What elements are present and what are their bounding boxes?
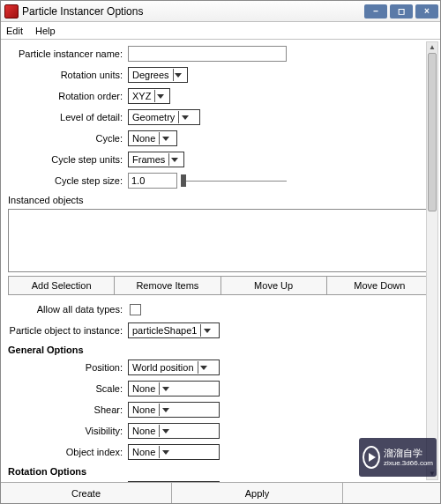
instanced-objects-list[interactable] (8, 209, 433, 272)
cycle-step-units-label: Cycle step units: (4, 154, 128, 165)
cycle-step-units-select[interactable]: Frames (128, 152, 184, 167)
instanced-objects-header: Instanced objects (8, 195, 437, 205)
apply-button[interactable]: Apply (172, 483, 343, 503)
maximize-button[interactable]: ◻ (390, 4, 413, 19)
close-button[interactable]: × (415, 4, 438, 19)
chevron-down-icon (178, 111, 191, 123)
vertical-scrollbar[interactable]: ▲ ▼ (426, 41, 438, 480)
shear-label: Shear: (4, 404, 128, 415)
footer: Create Apply (1, 482, 440, 503)
window-buttons: – ◻ × (364, 4, 438, 19)
chevron-down-icon (198, 361, 210, 374)
scrollbar-thumb[interactable] (428, 53, 437, 211)
position-select[interactable]: World position (128, 359, 220, 375)
rotation-type-select[interactable]: None (128, 481, 220, 482)
footer-spacer (343, 483, 440, 503)
chevron-down-icon (173, 69, 183, 81)
chevron-down-icon (159, 132, 171, 145)
allow-all-label: Allow all data types: (4, 304, 128, 315)
shear-select[interactable]: None (128, 402, 220, 418)
minimize-button[interactable]: – (364, 4, 387, 19)
move-up-button[interactable]: Move Up (221, 277, 327, 294)
rotation-units-select[interactable]: Degrees (128, 67, 188, 83)
chevron-down-icon (200, 324, 213, 337)
chevron-down-icon (159, 446, 171, 458)
chevron-down-icon (168, 153, 180, 166)
rotation-units-label: Rotation units: (4, 70, 128, 80)
instancer-name-input[interactable] (128, 46, 287, 62)
titlebar: Particle Instancer Options – ◻ × (1, 1, 440, 22)
instanced-buttons: Add Selection Remove Items Move Up Move … (8, 276, 433, 295)
rotation-order-select[interactable]: XYZ (128, 88, 170, 104)
scale-label: Scale: (4, 383, 128, 394)
remove-items-button[interactable]: Remove Items (115, 277, 220, 294)
chevron-down-icon (159, 425, 171, 437)
position-label: Position: (4, 362, 128, 373)
scroll-up-icon[interactable]: ▲ (427, 42, 437, 53)
chevron-down-icon (159, 382, 171, 395)
object-index-label: Object index: (4, 447, 128, 457)
cycle-select[interactable]: None (128, 130, 177, 146)
particle-object-select[interactable]: particleShape1 (128, 322, 220, 338)
create-button[interactable]: Create (1, 483, 172, 503)
content-area: Particle instancer name: Rotation units:… (1, 40, 440, 482)
play-icon (363, 446, 380, 469)
visibility-label: Visibility: (4, 426, 128, 436)
move-down-button[interactable]: Move Down (327, 277, 432, 294)
cycle-step-size-slider[interactable] (181, 173, 287, 189)
app-icon (4, 4, 19, 19)
chevron-down-icon (154, 90, 166, 102)
watermark-overlay: 溜溜自学 zixue.3d66.com (359, 438, 437, 477)
menubar: Edit Help (1, 22, 440, 40)
instancer-name-label: Particle instancer name: (4, 48, 128, 59)
rotation-order-label: Rotation order: (4, 91, 128, 101)
level-of-detail-select[interactable]: Geometry (128, 109, 200, 125)
chevron-down-icon (159, 404, 171, 416)
cycle-label: Cycle: (4, 133, 128, 144)
watermark-text: 溜溜自学 zixue.3d66.com (384, 448, 433, 468)
visibility-select[interactable]: None (128, 423, 220, 439)
cycle-step-size-input[interactable] (128, 173, 177, 189)
menu-edit[interactable]: Edit (6, 26, 23, 36)
cycle-step-size-label: Cycle step size: (4, 175, 128, 186)
general-options-header: General Options (8, 345, 437, 355)
level-of-detail-label: Level of detail: (4, 112, 128, 122)
scale-select[interactable]: None (128, 381, 220, 397)
menu-help[interactable]: Help (35, 26, 56, 36)
particle-object-label: Particle object to instance: (4, 325, 128, 336)
add-selection-button[interactable]: Add Selection (9, 277, 115, 294)
slider-handle[interactable] (181, 174, 186, 187)
object-index-select[interactable]: None (128, 444, 220, 460)
window-title: Particle Instancer Options (22, 5, 364, 18)
allow-all-checkbox[interactable] (130, 304, 141, 315)
